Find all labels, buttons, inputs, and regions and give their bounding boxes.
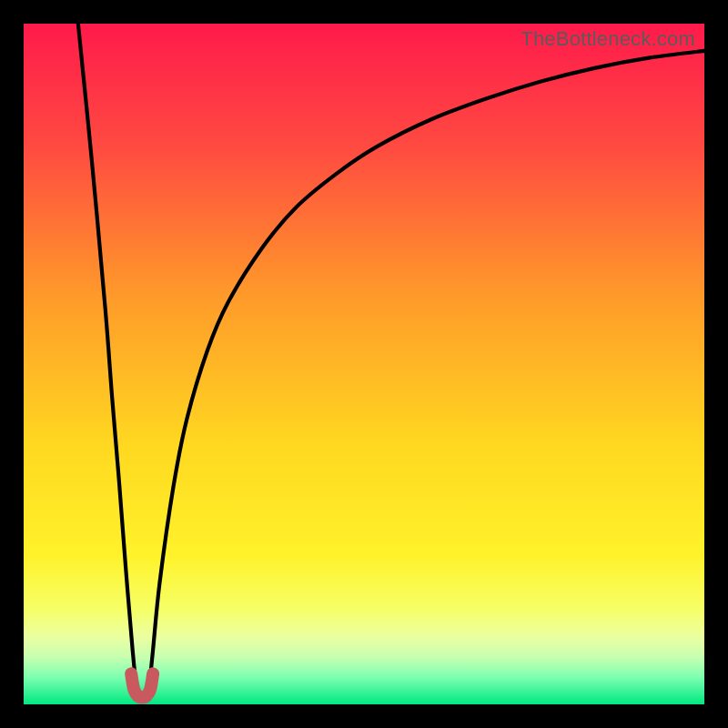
plot-area: TheBottleneck.com [24, 24, 704, 704]
left-branch-curve [78, 24, 136, 684]
chart-curves [24, 24, 704, 704]
outer-frame: TheBottleneck.com [0, 0, 728, 728]
right-branch-curve [149, 51, 704, 684]
bottom-u-marker [131, 673, 153, 697]
